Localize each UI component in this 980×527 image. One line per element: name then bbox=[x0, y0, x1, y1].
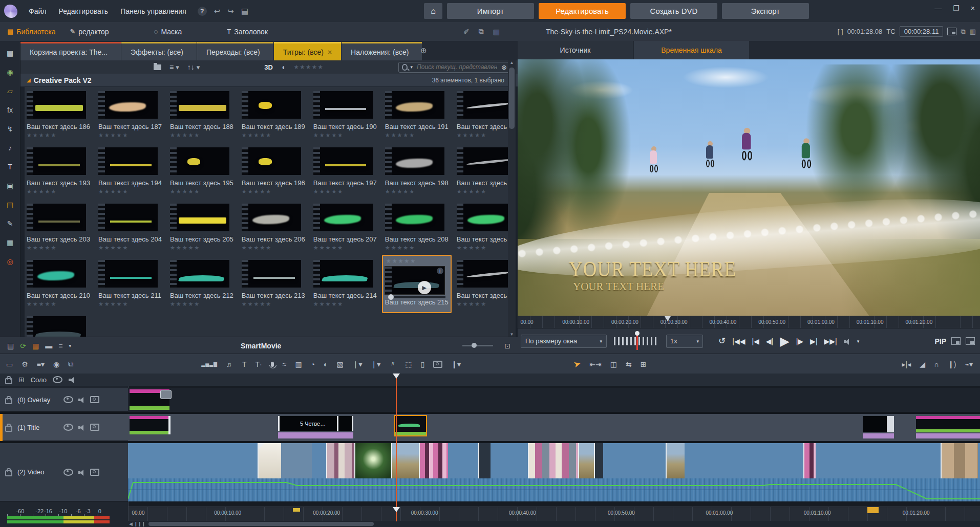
item-rating-stars[interactable]: ★★★★★ bbox=[98, 301, 129, 308]
library-item[interactable]: ▶ i Ваш текст здесь 203 ★★★★★ bbox=[25, 200, 92, 256]
item-thumbnail[interactable]: ▶ i bbox=[170, 204, 229, 231]
ruler-marker[interactable] bbox=[293, 508, 300, 512]
search-dropdown-icon[interactable]: ▾ bbox=[411, 64, 413, 70]
item-thumbnail[interactable]: ▶ i bbox=[98, 260, 158, 288]
video-lock-icon[interactable] bbox=[5, 470, 12, 476]
ruler-playhead[interactable] bbox=[396, 507, 397, 521]
view-menu-dropdown-icon[interactable]: ▾ bbox=[69, 343, 71, 348]
collection-name[interactable]: Creative Pack V2 bbox=[34, 76, 92, 84]
voiceover-icon[interactable] bbox=[271, 362, 274, 367]
scroll-down-icon[interactable]: ▼ bbox=[508, 332, 516, 337]
library-item[interactable]: ▶ i Ваш текст здесь 206 ★★★★★ bbox=[240, 200, 307, 256]
frame-tool-icon[interactable]: ⊞ bbox=[641, 360, 647, 368]
library-item[interactable]: ▶ i Ваш текст здесь 214 ★★★★★ bbox=[311, 256, 379, 312]
item-rating-stars[interactable]: ★★★★★ bbox=[170, 245, 200, 251]
detail-view-icon[interactable]: ▬ bbox=[45, 342, 52, 350]
library-item[interactable]: ▶ i Ваш текст здесь 201 ★★★★★ bbox=[455, 143, 509, 200]
collapse-icon[interactable]: ◢ bbox=[27, 77, 31, 83]
rail-icon[interactable]: ↯ bbox=[5, 124, 15, 134]
smartmovie-button[interactable]: SmartMovie bbox=[241, 342, 281, 350]
nav-import-button[interactable]: Импорт bbox=[447, 3, 534, 19]
3d-filter-button[interactable]: 3D bbox=[264, 63, 273, 71]
scroll-left-icon[interactable]: ◀ ❙❙❙ bbox=[129, 521, 145, 526]
tab-close-icon[interactable]: × bbox=[328, 48, 332, 56]
scroll-up-icon[interactable]: ▲ bbox=[508, 60, 516, 65]
folder-icon[interactable] bbox=[154, 64, 161, 70]
library-item[interactable]: ▶ i Ваш текст здесь 216 ★★★★★ bbox=[455, 256, 509, 312]
item-rating-stars[interactable]: ★★★★★ bbox=[457, 132, 487, 139]
item-thumbnail[interactable]: ▶ i bbox=[170, 260, 229, 288]
speed-select[interactable]: 1x▾ bbox=[666, 335, 703, 348]
library-tab[interactable]: Эффекты: (все) bbox=[121, 42, 197, 60]
master-speaker-icon[interactable] bbox=[69, 377, 75, 383]
library-item[interactable]: ▶ i Ваш текст здесь 204 ★★★★★ bbox=[96, 200, 164, 256]
item-thumbnail[interactable]: ▶ i bbox=[242, 91, 301, 119]
rail-icon[interactable]: ▤ bbox=[5, 48, 15, 58]
rail-icon[interactable]: ◎ bbox=[5, 256, 15, 267]
overlay-lock-icon[interactable] bbox=[5, 398, 12, 404]
sort-icon[interactable]: ↑↓ bbox=[187, 63, 195, 71]
item-thumbnail[interactable]: ▶ i bbox=[27, 316, 86, 337]
library-item[interactable]: ▶ i Ваш текст здесь 212 ★★★★★ bbox=[168, 256, 236, 312]
volume-dropdown-icon[interactable]: ▾ bbox=[857, 339, 860, 344]
video-clip-segment[interactable] bbox=[803, 443, 816, 478]
video-clip-segment[interactable] bbox=[941, 443, 978, 478]
item-thumbnail[interactable]: ▶ i bbox=[385, 147, 444, 175]
item-rating-stars[interactable]: ★★★★★ bbox=[242, 188, 272, 195]
library-item[interactable]: ▶ i Ваш текст здесь 196 ★★★★★ bbox=[240, 143, 307, 200]
pip-label[interactable]: PIP bbox=[934, 337, 946, 345]
video-camera-icon[interactable] bbox=[90, 469, 99, 476]
nav-export-button[interactable]: Экспорт bbox=[722, 3, 809, 19]
item-thumbnail[interactable]: ▶ i bbox=[457, 260, 509, 288]
item-thumbnail[interactable]: ▶ i bbox=[457, 91, 509, 119]
wave-tool-icon[interactable]: ≈ bbox=[283, 360, 287, 368]
rail-icon[interactable]: ▦ bbox=[5, 237, 15, 248]
title-clip-2[interactable]: 5 Четве… bbox=[278, 416, 353, 431]
fullscreen-icon[interactable]: ⊡ bbox=[504, 342, 510, 350]
prev-clip-button[interactable]: |◀ bbox=[752, 337, 759, 345]
item-thumbnail[interactable]: ▶ i bbox=[313, 91, 373, 119]
video-clip-segment[interactable] bbox=[281, 443, 312, 478]
item-rating-stars[interactable]: ★★★★★ bbox=[98, 245, 129, 251]
master-lock-icon[interactable] bbox=[5, 378, 12, 384]
menu-edit[interactable]: Редактировать bbox=[52, 7, 114, 15]
blend-icon[interactable]: ◐ bbox=[324, 360, 328, 368]
item-thumbnail[interactable]: ▶ i bbox=[27, 147, 86, 175]
smart-edit-icon[interactable]: ⌁▾ bbox=[965, 360, 973, 368]
paint-tool-icon[interactable]: ✐ bbox=[463, 28, 470, 36]
undo-icon[interactable]: ↩ bbox=[214, 7, 221, 16]
go-to-end-button[interactable]: ▶▶| bbox=[824, 337, 837, 345]
item-thumbnail[interactable]: ▶ i bbox=[27, 204, 86, 231]
scrollbar-thumb[interactable] bbox=[148, 522, 374, 526]
library-item[interactable]: ▶ i Ваш текст здесь 205 ★★★★★ bbox=[168, 200, 236, 256]
video-clip-segment[interactable] bbox=[594, 443, 603, 478]
rail-icon[interactable]: ♪ bbox=[5, 143, 15, 153]
popout-panel-icon[interactable]: ⧉ bbox=[479, 27, 484, 36]
tab-mask[interactable]: ◌ Маска bbox=[147, 22, 189, 41]
video-clip-segment[interactable] bbox=[666, 443, 685, 478]
item-thumbnail[interactable]: ▶ i bbox=[313, 204, 373, 231]
play-overlay-icon[interactable]: ▶ bbox=[418, 281, 431, 294]
library-item[interactable]: ▶ i Ваш текст здесь 207 ★★★★★ bbox=[311, 200, 379, 256]
item-rating-stars[interactable]: ★★★★★ bbox=[457, 188, 487, 195]
item-rating-stars[interactable]: ★★★★★ bbox=[385, 188, 415, 195]
timeline-ruler[interactable]: 00.0000:00:10.0000:00:20.0000:00:30.0000… bbox=[128, 507, 980, 521]
marker-pin-icon[interactable]: ❙▾ bbox=[451, 360, 461, 368]
item-thumbnail[interactable]: ▶ i bbox=[242, 147, 301, 175]
help-icon[interactable]: ? bbox=[198, 7, 207, 16]
video-clip-segment[interactable] bbox=[478, 443, 491, 478]
track-manager-icon[interactable]: ⊞ bbox=[18, 376, 25, 384]
library-item[interactable]: ▶ i Ваш текст здесь 215 ★★★★★ bbox=[382, 255, 452, 313]
library-item[interactable]: ▶ i Ваш текст здесь 208 ★★★★★ bbox=[383, 200, 451, 256]
item-rating-stars[interactable]: ★★★★★ bbox=[170, 132, 200, 139]
magnet-icon[interactable]: ∩ bbox=[934, 360, 939, 368]
dual-preview-icon[interactable]: ▥ bbox=[970, 28, 976, 35]
timeline-playhead[interactable] bbox=[396, 374, 397, 521]
solo-label[interactable]: Соло bbox=[31, 376, 47, 384]
item-rating-stars[interactable]: ★★★★★ bbox=[313, 245, 344, 251]
item-rating-stars[interactable]: ★★★★★ bbox=[385, 132, 415, 139]
prev-frame-button[interactable]: ◀| bbox=[766, 337, 773, 345]
preview-ruler[interactable]: 00.0000:00:10.0000:00:20.0000:00:30.0000… bbox=[518, 316, 980, 328]
item-thumbnail[interactable]: ▶ i bbox=[457, 147, 509, 175]
item-rating-stars[interactable]: ★★★★★ bbox=[170, 188, 200, 195]
